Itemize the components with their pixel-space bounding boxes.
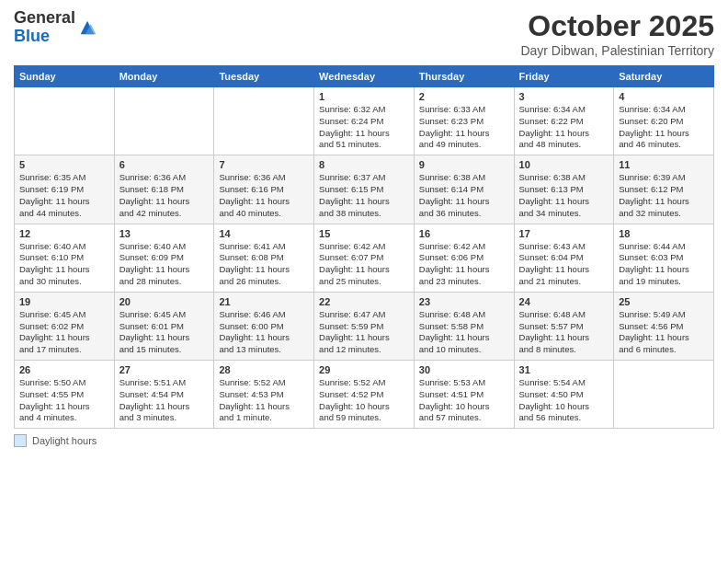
day-number: 5 xyxy=(19,159,109,170)
day-info: Sunrise: 6:34 AM Sunset: 6:22 PM Dayligh… xyxy=(519,104,609,151)
day-info: Sunrise: 6:40 AM Sunset: 6:09 PM Dayligh… xyxy=(119,241,210,288)
weekday-header-row: SundayMondayTuesdayWednesdayThursdayFrid… xyxy=(15,66,714,87)
weekday-header-tuesday: Tuesday xyxy=(214,66,314,87)
empty-cell xyxy=(614,361,714,429)
day-number: 11 xyxy=(619,159,709,170)
day-cell-17: 17Sunrise: 6:43 AM Sunset: 6:04 PM Dayli… xyxy=(514,224,614,292)
day-info: Sunrise: 5:54 AM Sunset: 4:50 PM Dayligh… xyxy=(519,377,609,424)
day-cell-11: 11Sunrise: 6:39 AM Sunset: 6:12 PM Dayli… xyxy=(614,155,714,224)
day-number: 21 xyxy=(219,296,309,307)
legend-box xyxy=(14,434,27,447)
day-cell-26: 26Sunrise: 5:50 AM Sunset: 4:55 PM Dayli… xyxy=(15,361,115,429)
day-cell-6: 6Sunrise: 6:36 AM Sunset: 6:18 PM Daylig… xyxy=(114,155,214,224)
day-info: Sunrise: 6:41 AM Sunset: 6:08 PM Dayligh… xyxy=(219,241,309,288)
day-number: 30 xyxy=(419,364,509,375)
day-info: Sunrise: 6:45 AM Sunset: 6:02 PM Dayligh… xyxy=(19,309,109,356)
day-number: 12 xyxy=(19,228,109,239)
day-number: 25 xyxy=(619,296,709,307)
day-cell-28: 28Sunrise: 5:52 AM Sunset: 4:53 PM Dayli… xyxy=(214,361,314,429)
day-cell-10: 10Sunrise: 6:38 AM Sunset: 6:13 PM Dayli… xyxy=(514,155,614,224)
day-info: Sunrise: 6:45 AM Sunset: 6:01 PM Dayligh… xyxy=(119,309,210,356)
weekday-header-saturday: Saturday xyxy=(614,66,714,87)
day-info: Sunrise: 5:51 AM Sunset: 4:54 PM Dayligh… xyxy=(119,377,210,424)
day-info: Sunrise: 6:39 AM Sunset: 6:12 PM Dayligh… xyxy=(619,172,709,219)
day-number: 20 xyxy=(119,296,210,307)
week-row-1: 5Sunrise: 6:35 AM Sunset: 6:19 PM Daylig… xyxy=(15,155,714,224)
day-number: 9 xyxy=(419,159,509,170)
day-cell-2: 2Sunrise: 6:33 AM Sunset: 6:23 PM Daylig… xyxy=(414,87,514,155)
day-info: Sunrise: 6:33 AM Sunset: 6:23 PM Dayligh… xyxy=(419,104,509,151)
day-info: Sunrise: 6:35 AM Sunset: 6:19 PM Dayligh… xyxy=(19,172,109,219)
logo: General Blue xyxy=(14,9,97,46)
title-block: October 2025 Dayr Dibwan, Palestinian Te… xyxy=(520,9,714,58)
logo-icon xyxy=(77,17,97,38)
empty-cell xyxy=(214,87,314,155)
weekday-header-thursday: Thursday xyxy=(414,66,514,87)
day-info: Sunrise: 6:38 AM Sunset: 6:14 PM Dayligh… xyxy=(419,172,509,219)
day-cell-23: 23Sunrise: 6:48 AM Sunset: 5:58 PM Dayli… xyxy=(414,292,514,360)
day-info: Sunrise: 6:44 AM Sunset: 6:03 PM Dayligh… xyxy=(619,241,709,288)
day-cell-27: 27Sunrise: 5:51 AM Sunset: 4:54 PM Dayli… xyxy=(114,361,214,429)
day-info: Sunrise: 5:49 AM Sunset: 4:56 PM Dayligh… xyxy=(619,309,709,356)
day-cell-29: 29Sunrise: 5:52 AM Sunset: 4:52 PM Dayli… xyxy=(314,361,415,429)
day-number: 10 xyxy=(519,159,609,170)
weekday-header-friday: Friday xyxy=(514,66,614,87)
day-number: 8 xyxy=(319,159,409,170)
month-title: October 2025 xyxy=(520,9,714,43)
day-info: Sunrise: 5:53 AM Sunset: 4:51 PM Dayligh… xyxy=(419,377,509,424)
day-number: 28 xyxy=(219,364,309,375)
day-info: Sunrise: 6:42 AM Sunset: 6:06 PM Dayligh… xyxy=(419,241,509,288)
day-number: 2 xyxy=(419,91,509,102)
week-row-0: 1Sunrise: 6:32 AM Sunset: 6:24 PM Daylig… xyxy=(15,87,714,155)
day-number: 16 xyxy=(419,228,509,239)
day-info: Sunrise: 6:34 AM Sunset: 6:20 PM Dayligh… xyxy=(619,104,709,151)
day-cell-25: 25Sunrise: 5:49 AM Sunset: 4:56 PM Dayli… xyxy=(614,292,714,360)
day-cell-22: 22Sunrise: 6:47 AM Sunset: 5:59 PM Dayli… xyxy=(314,292,415,360)
day-cell-19: 19Sunrise: 6:45 AM Sunset: 6:02 PM Dayli… xyxy=(15,292,115,360)
header: General Blue October 2025 Dayr Dibwan, P… xyxy=(14,9,714,58)
day-info: Sunrise: 6:46 AM Sunset: 6:00 PM Dayligh… xyxy=(219,309,309,356)
day-number: 22 xyxy=(319,296,409,307)
day-cell-4: 4Sunrise: 6:34 AM Sunset: 6:20 PM Daylig… xyxy=(614,87,714,155)
day-info: Sunrise: 6:36 AM Sunset: 6:18 PM Dayligh… xyxy=(119,172,210,219)
day-info: Sunrise: 6:40 AM Sunset: 6:10 PM Dayligh… xyxy=(19,241,109,288)
weekday-header-monday: Monday xyxy=(114,66,214,87)
page: General Blue October 2025 Dayr Dibwan, P… xyxy=(0,0,728,563)
day-number: 24 xyxy=(519,296,609,307)
calendar-table: SundayMondayTuesdayWednesdayThursdayFrid… xyxy=(14,65,714,429)
legend-label: Daylight hours xyxy=(32,435,97,446)
day-cell-5: 5Sunrise: 6:35 AM Sunset: 6:19 PM Daylig… xyxy=(15,155,115,224)
day-number: 23 xyxy=(419,296,509,307)
day-number: 31 xyxy=(519,364,609,375)
day-cell-13: 13Sunrise: 6:40 AM Sunset: 6:09 PM Dayli… xyxy=(114,224,214,292)
day-number: 27 xyxy=(119,364,210,375)
day-info: Sunrise: 6:38 AM Sunset: 6:13 PM Dayligh… xyxy=(519,172,609,219)
day-cell-8: 8Sunrise: 6:37 AM Sunset: 6:15 PM Daylig… xyxy=(314,155,415,224)
day-number: 13 xyxy=(119,228,210,239)
day-info: Sunrise: 6:48 AM Sunset: 5:57 PM Dayligh… xyxy=(519,309,609,356)
day-cell-15: 15Sunrise: 6:42 AM Sunset: 6:07 PM Dayli… xyxy=(314,224,415,292)
day-number: 18 xyxy=(619,228,709,239)
day-cell-14: 14Sunrise: 6:41 AM Sunset: 6:08 PM Dayli… xyxy=(214,224,314,292)
day-cell-20: 20Sunrise: 6:45 AM Sunset: 6:01 PM Dayli… xyxy=(114,292,214,360)
day-cell-30: 30Sunrise: 5:53 AM Sunset: 4:51 PM Dayli… xyxy=(414,361,514,429)
week-row-2: 12Sunrise: 6:40 AM Sunset: 6:10 PM Dayli… xyxy=(15,224,714,292)
day-number: 4 xyxy=(619,91,709,102)
day-number: 26 xyxy=(19,364,109,375)
day-info: Sunrise: 5:52 AM Sunset: 4:53 PM Dayligh… xyxy=(219,377,309,424)
day-info: Sunrise: 5:50 AM Sunset: 4:55 PM Dayligh… xyxy=(19,377,109,424)
day-number: 3 xyxy=(519,91,609,102)
day-cell-7: 7Sunrise: 6:36 AM Sunset: 6:16 PM Daylig… xyxy=(214,155,314,224)
day-info: Sunrise: 6:47 AM Sunset: 5:59 PM Dayligh… xyxy=(319,309,409,356)
day-number: 7 xyxy=(219,159,309,170)
day-info: Sunrise: 6:37 AM Sunset: 6:15 PM Dayligh… xyxy=(319,172,409,219)
day-info: Sunrise: 6:43 AM Sunset: 6:04 PM Dayligh… xyxy=(519,241,609,288)
day-info: Sunrise: 6:42 AM Sunset: 6:07 PM Dayligh… xyxy=(319,241,409,288)
week-row-3: 19Sunrise: 6:45 AM Sunset: 6:02 PM Dayli… xyxy=(15,292,714,360)
day-cell-1: 1Sunrise: 6:32 AM Sunset: 6:24 PM Daylig… xyxy=(314,87,415,155)
week-row-4: 26Sunrise: 5:50 AM Sunset: 4:55 PM Dayli… xyxy=(15,361,714,429)
day-cell-9: 9Sunrise: 6:38 AM Sunset: 6:14 PM Daylig… xyxy=(414,155,514,224)
day-cell-3: 3Sunrise: 6:34 AM Sunset: 6:22 PM Daylig… xyxy=(514,87,614,155)
day-number: 1 xyxy=(319,91,409,102)
day-number: 15 xyxy=(319,228,409,239)
